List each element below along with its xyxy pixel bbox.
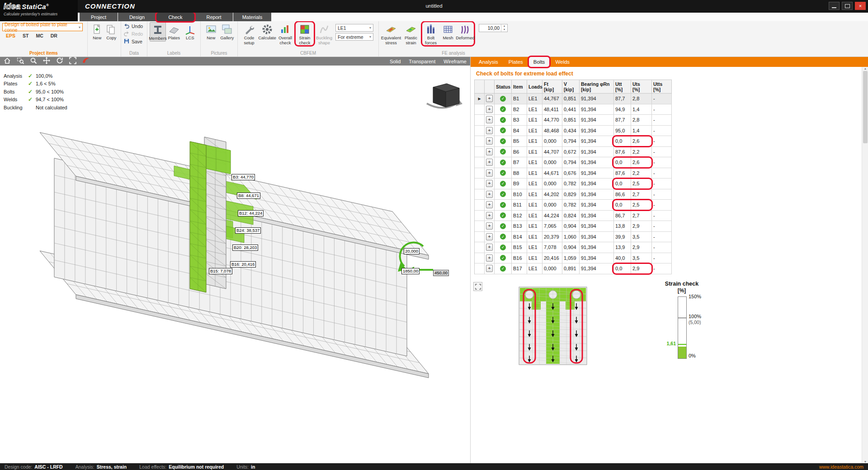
home-icon[interactable] [4,57,11,66]
table-row[interactable]: +✓B11LE10,0000,78291,3940,02,5- [475,200,672,211]
view-mode-solid[interactable]: Solid [390,59,401,64]
table-row[interactable]: +✓B14LE120,3791,06091,39439,93,5- [475,232,672,243]
bolt-force-label: B8: 44,671 [237,193,260,199]
expand-row-button[interactable]: + [486,212,493,219]
scroll-up-icon[interactable]: ▲ [864,67,867,70]
expand-row-button[interactable]: + [486,265,493,272]
cell-uts: 2,8 [631,94,652,104]
undo-button[interactable]: Undo [123,22,143,30]
table-row[interactable]: +✓B2LE148,4110,44191,39494,91,4- [475,104,672,115]
plastic-strain-button[interactable]: Plastic strain [401,22,421,45]
expand-row-button[interactable]: + [486,148,493,155]
load-effect-dropdown[interactable]: LE1 ▾ [335,24,373,32]
calculate-button[interactable]: Calculate [258,22,276,45]
deformed-button[interactable]: Deformed [457,22,474,45]
website-link[interactable]: www.ideastatica.com [819,464,863,470]
button-label: Copy [106,36,116,41]
expand-row-button[interactable]: + [486,244,493,251]
expand-row-button[interactable]: + [486,106,493,113]
view-mode-transparent[interactable]: Transparent [409,59,435,64]
new-button[interactable]: New [90,22,104,41]
table-row[interactable]: +✓B13LE17,0650,90491,39413,82,9- [475,221,672,232]
paint-icon[interactable] [82,57,90,66]
expand-row-button[interactable]: + [486,169,493,177]
expand-row-button[interactable]: + [486,201,493,208]
table-row[interactable]: +✓B12LE144,2240,82491,39486,72,7- [475,211,672,221]
spinner-down-icon[interactable]: ▾ [501,28,507,32]
table-row[interactable]: +✓B9LE10,0000,78291,3940,02,5- [475,179,672,189]
strain-legend-current: 1,61 [660,341,676,346]
equivalent-stress-button[interactable]: Equivalent stress [381,22,401,45]
ribbon-tab-design[interactable]: Design [118,13,156,21]
expand-row-button[interactable]: + [486,159,493,166]
minimize-button[interactable] [829,2,840,10]
project-mode-dr[interactable]: DR [51,33,57,38]
spinner-up-icon[interactable]: ▴ [501,24,507,28]
zoom-icon[interactable] [30,57,37,66]
scrollbar-thumb[interactable] [863,71,868,143]
lcs-button[interactable]: LCS [182,22,198,41]
members-button[interactable]: Members [150,22,166,42]
check-pass-icon: ✓ [28,80,36,87]
view-mode-wireframe[interactable]: Wireframe [443,59,467,64]
expand-row-button[interactable]: + [486,254,493,262]
viewport-canvas[interactable]: Analysis✓100,0%Plates✓1,6 < 5%Bolts✓95,0… [0,66,470,463]
table-row[interactable]: +✓B5LE10,0000,79491,3940,02,6- [475,136,672,147]
extreme-dropdown[interactable]: For extreme ▾ [335,33,373,41]
table-row[interactable]: +✓B8LE144,6710,67691,39487,62,2- [475,168,672,179]
deformed-scale-value: 10,00 [479,25,501,31]
rotate-icon[interactable] [56,57,63,66]
overall-check-button[interactable]: Overall check [276,22,294,45]
expand-row-button[interactable]: + [486,233,493,240]
expand-row-button[interactable]: + [486,191,493,198]
results-tab-plates[interactable]: Plates [504,57,528,67]
expand-row-button[interactable]: + [486,222,493,230]
results-tab-bolts[interactable]: Bolts [529,57,550,67]
gallery-button[interactable]: Gallery [219,22,236,41]
fit-view-button[interactable] [473,282,482,291]
expand-row-button[interactable]: + [486,180,493,187]
ribbon-tab-project[interactable]: Project [80,13,118,21]
project-mode-mc[interactable]: MC [36,33,43,38]
maximize-button[interactable] [842,2,853,10]
deformed-scale-spinner[interactable]: 10,00 ▴ ▾ [479,24,508,32]
cell-utt: 13,9 [614,242,631,253]
bolt-forces-button[interactable]: Bolt forces [422,22,439,45]
save-button[interactable]: Save [123,38,142,45]
results-tab-welds[interactable]: Welds [551,57,574,67]
table-row[interactable]: ▶+✓B1LE144,7670,85191,39487,72,8- [475,94,672,104]
expand-row-button[interactable]: + [486,95,493,102]
table-row[interactable]: +✓B10LE144,2020,82991,39486,62,7- [475,189,672,200]
scroll-down-icon[interactable]: ▼ [864,460,867,463]
table-row[interactable]: +✓B6LE144,7070,67291,39487,62,2- [475,147,672,158]
copy-button[interactable]: Copy [104,22,119,41]
results-scrollbar[interactable]: ▲ ▼ [862,67,868,463]
project-mode-st[interactable]: ST [23,33,28,38]
expand-row-button[interactable]: + [486,116,493,123]
expand-row-button[interactable]: + [486,127,493,134]
pan-icon[interactable] [43,57,50,66]
project-type-dropdown[interactable]: Design of bolted plate to plate conne ▾ [2,23,83,31]
button-label: New [93,36,101,41]
table-row[interactable]: +✓B15LE17,0780,90491,39413,92,9- [475,242,672,253]
expand-row-button[interactable]: + [486,137,493,145]
ribbon-tab-materials[interactable]: Materials [233,13,271,21]
mesh-button[interactable]: Mesh [439,22,457,45]
table-row[interactable]: +✓B3LE144,7700,85191,39487,72,8- [475,115,672,126]
table-row[interactable]: +✓B7LE10,0000,79491,3940,02,6- [475,157,672,168]
table-row[interactable]: +✓B16LE120,4161,05991,39440,03,5- [475,253,672,264]
zoom-window-icon[interactable] [17,57,24,66]
ribbon-tab-check[interactable]: Check [156,13,194,21]
results-tab-analysis[interactable]: Analysis [474,57,503,67]
plates-button[interactable]: Plates [166,22,182,41]
ribbon-tab-report[interactable]: Report [195,13,233,21]
new-button[interactable]: New [203,22,219,41]
table-row[interactable]: +✓B17LE10,0000,89191,3940,02,9- [475,263,672,274]
strain-check-button[interactable]: Strain check [296,22,314,45]
table-row[interactable]: +✓B4LE148,4680,43491,39495,01,4- [475,126,672,136]
fit-icon[interactable] [69,57,76,66]
project-mode-eps[interactable]: EPS [6,33,15,38]
summary-row-welds: Welds✓94,7 < 100% [4,96,67,104]
close-button[interactable]: × [855,2,866,10]
code-setup-button[interactable]: Code setup [240,22,258,45]
